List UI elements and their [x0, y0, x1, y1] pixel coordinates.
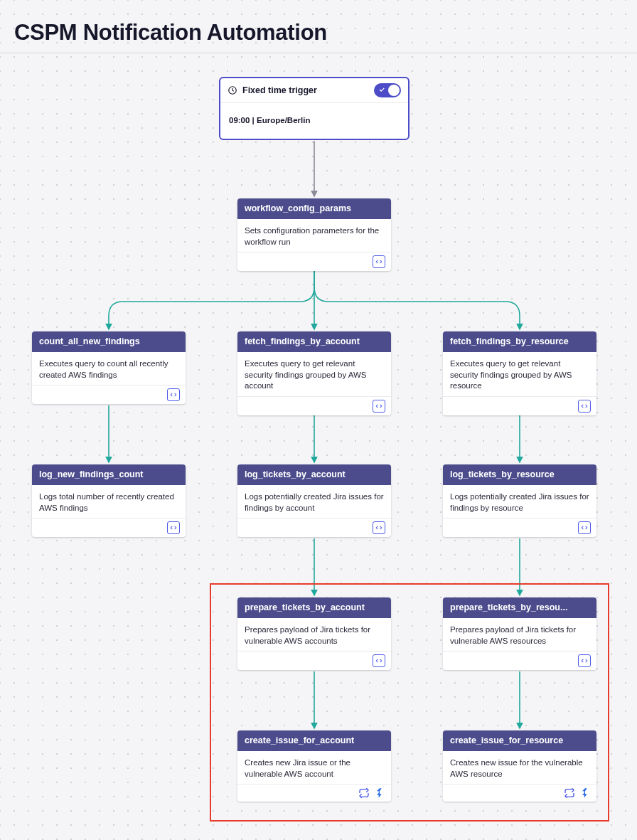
- jira-icon: [579, 787, 591, 799]
- node-desc: Logs potentially created Jira issues for…: [237, 485, 391, 518]
- node-workflow-config[interactable]: workflow_config_params Sets configuratio…: [237, 198, 391, 271]
- trigger-toggle[interactable]: [374, 83, 401, 97]
- page-header: CSPM Notification Automation: [0, 0, 637, 53]
- node-prepare-by-resource[interactable]: prepare_tickets_by_resou... Prepares pay…: [443, 597, 596, 670]
- check-icon: [378, 86, 385, 93]
- code-icon: [578, 400, 591, 413]
- node-log-count[interactable]: log_new_findings_count Logs total number…: [32, 464, 186, 537]
- node-create-account[interactable]: create_issue_for_account Creates new Jir…: [237, 730, 391, 802]
- node-title: prepare_tickets_by_resou...: [443, 597, 596, 618]
- code-icon: [373, 400, 385, 413]
- node-title: create_issue_for_account: [237, 730, 391, 751]
- node-footer: [32, 385, 186, 404]
- node-desc: Sets configuration parameters for the wo…: [237, 219, 391, 252]
- trigger-header: Fixed time trigger: [220, 78, 408, 103]
- loop-icon: [358, 787, 370, 799]
- node-footer: [443, 518, 596, 537]
- node-desc: Logs total number of recently created AW…: [32, 485, 186, 518]
- node-desc: Logs potentially created Jira issues for…: [443, 485, 596, 518]
- code-icon: [373, 255, 385, 268]
- code-icon: [167, 388, 180, 401]
- node-prepare-by-account[interactable]: prepare_tickets_by_account Prepares payl…: [237, 597, 391, 670]
- clock-icon: [228, 85, 237, 95]
- node-footer: [32, 518, 186, 537]
- node-footer: [443, 396, 596, 415]
- node-fetch-by-resource[interactable]: fetch_findings_by_resource Executes quer…: [443, 331, 596, 415]
- jira-icon: [374, 787, 385, 799]
- trigger-node[interactable]: Fixed time trigger 09:00 | Europe/Berlin: [219, 77, 410, 140]
- page-title: CSPM Notification Automation: [14, 20, 623, 46]
- node-title: workflow_config_params: [237, 198, 391, 219]
- node-desc: Executes query to get relevant security …: [237, 352, 391, 396]
- node-desc: Executes query to count all recently cre…: [32, 352, 186, 385]
- code-icon: [373, 521, 385, 534]
- node-count-all[interactable]: count_all_new_findings Executes query to…: [32, 331, 186, 404]
- node-footer: [237, 396, 391, 415]
- node-desc: Prepares payload of Jira tickets for vul…: [237, 618, 391, 651]
- code-icon: [578, 521, 591, 534]
- code-icon: [578, 654, 591, 667]
- trigger-label: Fixed time trigger: [242, 85, 317, 95]
- node-title: create_issue_for_resource: [443, 730, 596, 751]
- node-title: log_tickets_by_account: [237, 464, 391, 485]
- node-footer: [443, 784, 596, 802]
- node-title: fetch_findings_by_account: [237, 331, 391, 352]
- node-desc: Prepares payload of Jira tickets for vul…: [443, 618, 596, 651]
- loop-icon: [564, 787, 575, 799]
- node-log-by-resource[interactable]: log_tickets_by_resource Logs potentially…: [443, 464, 596, 537]
- node-desc: Executes query to get relevant security …: [443, 352, 596, 396]
- node-footer: [237, 518, 391, 537]
- node-title: count_all_new_findings: [32, 331, 186, 352]
- node-fetch-by-account[interactable]: fetch_findings_by_account Executes query…: [237, 331, 391, 415]
- node-desc: Creates new Jira issue or the vulnerable…: [237, 751, 391, 784]
- node-footer: [237, 784, 391, 802]
- code-icon: [373, 654, 385, 667]
- node-log-by-account[interactable]: log_tickets_by_account Logs potentially …: [237, 464, 391, 537]
- node-title: log_new_findings_count: [32, 464, 186, 485]
- node-footer: [443, 651, 596, 670]
- node-title: log_tickets_by_resource: [443, 464, 596, 485]
- node-title: prepare_tickets_by_account: [237, 597, 391, 618]
- trigger-schedule: 09:00 | Europe/Berlin: [220, 103, 408, 139]
- node-create-resource[interactable]: create_issue_for_resource Creates new is…: [443, 730, 596, 802]
- code-icon: [167, 521, 180, 534]
- node-footer: [237, 651, 391, 670]
- node-desc: Creates new issue for the vulnerable AWS…: [443, 751, 596, 784]
- node-title: fetch_findings_by_resource: [443, 331, 596, 352]
- node-footer: [237, 252, 391, 271]
